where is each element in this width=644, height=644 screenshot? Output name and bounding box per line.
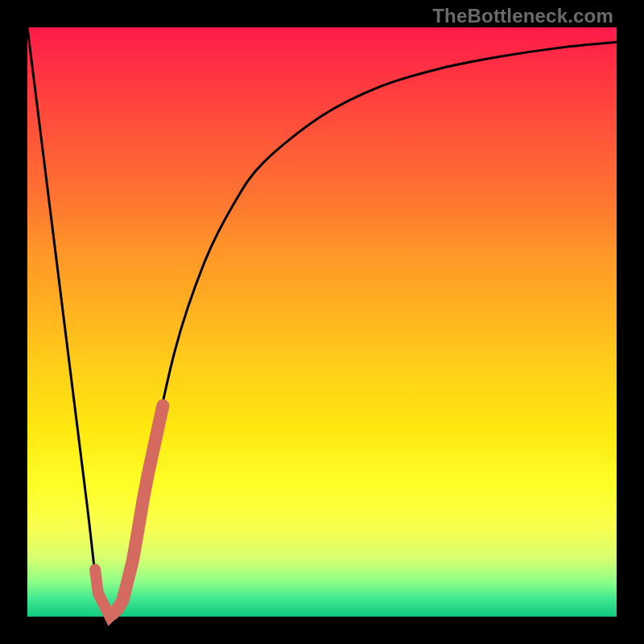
- rising-accent: [113, 406, 163, 613]
- bottleneck-curve: [27, 27, 617, 617]
- watermark-text: TheBottleneck.com: [432, 5, 613, 27]
- chart-svg: [27, 27, 617, 617]
- chart-frame: TheBottleneck.com: [0, 0, 644, 644]
